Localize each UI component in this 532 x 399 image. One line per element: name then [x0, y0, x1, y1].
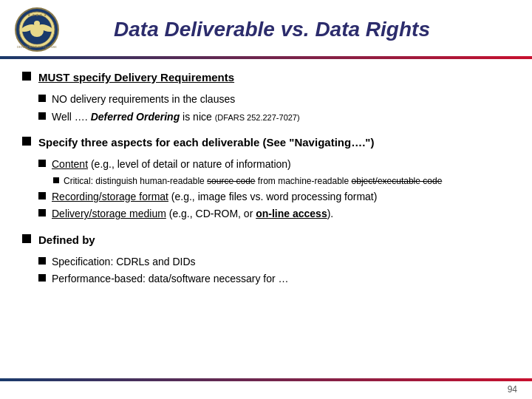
text-delivery-medium: Delivery/storage medium: [52, 208, 166, 219]
sub-bullet-text-2-3: Delivery/storage medium (e.g., CD-ROM, o…: [52, 207, 510, 222]
sub-bullet-icon-1-1: [38, 95, 46, 102]
dod-seal: ★ ★ ★ ★ ★ DEPARTMENT OF DEFENSE: [15, 7, 59, 52]
sub-bullet-text-3-2: Performance-based: data/software necessa…: [52, 272, 510, 287]
text-deferred: Deferred Ordering: [91, 111, 180, 123]
sub-bullet-text-3-1: Specification: CDRLs and DIDs: [52, 255, 510, 270]
slide: ★ ★ ★ ★ ★ DEPARTMENT OF DEFENSE Data Del…: [0, 0, 532, 399]
content-area: MUST specify Delivery Requirements NO de…: [0, 59, 532, 287]
sub-bullet-icon-2-3: [38, 209, 46, 216]
text-see-navigating: (See "Navigating…."): [262, 136, 374, 149]
sub-bullet-3-2: Performance-based: data/software necessa…: [38, 272, 510, 287]
header: ★ ★ ★ ★ ★ DEPARTMENT OF DEFENSE Data Del…: [0, 0, 532, 56]
text-recording: Recording/storage format: [52, 191, 168, 202]
section-1: MUST specify Delivery Requirements NO de…: [22, 69, 510, 124]
section-2: Specify three aspects for each deliverab…: [22, 134, 510, 222]
sub-bullet-1-1: NO delivery requirements in the clauses: [38, 92, 510, 107]
bullet-item-2: Specify three aspects for each deliverab…: [22, 134, 510, 150]
bullet-icon-1: [22, 72, 31, 81]
sub-bullet-2-3: Delivery/storage medium (e.g., CD-ROM, o…: [38, 207, 510, 222]
sub-bullet-text-2-1: Content (e.g., level of detail or nature…: [52, 157, 510, 172]
bottom-divider: [0, 378, 532, 381]
sub-bullet-text-2-2: Recording/storage format (e.g., image fi…: [52, 190, 510, 205]
sub-sub-bullet-icon: [53, 177, 59, 183]
sub-sub-bullet-2-1-1: Critical: distinguish human-readable sou…: [53, 175, 510, 188]
sub-bullet-3-1: Specification: CDRLs and DIDs: [38, 255, 510, 270]
sub-bullet-icon-1-2: [38, 112, 46, 120]
text-source-code: source code: [207, 176, 255, 186]
text-content: Content: [52, 158, 88, 170]
svg-text:★ ★ ★ ★ ★: ★ ★ ★ ★ ★: [27, 13, 47, 17]
bullet-text-2: Specify three aspects for each deliverab…: [38, 134, 510, 150]
sub-bullet-icon-2-2: [38, 192, 46, 200]
sub-bullet-text-1-2: Well …. Deferred Ordering is nice (DFARS…: [52, 110, 510, 125]
text-object-code: object/executable code: [352, 176, 443, 186]
sub-bullet-icon-3-1: [38, 257, 46, 265]
sub-sub-bullet-text: Critical: distinguish human-readable sou…: [64, 175, 510, 188]
bullet-icon-3: [22, 234, 31, 243]
sub-bullet-icon-3-2: [38, 274, 46, 282]
svg-point-6: [34, 21, 40, 27]
slide-title: Data Deliverable vs. Data Rights: [71, 18, 517, 41]
bullet-item-3: Defined by: [22, 232, 510, 248]
sub-bullet-icon-2-1: [38, 160, 46, 167]
bullet-item-1: MUST specify Delivery Requirements: [22, 69, 510, 85]
svg-text:DEPARTMENT OF DEFENSE: DEPARTMENT OF DEFENSE: [17, 45, 57, 49]
sub-bullet-1-2: Well …. Deferred Ordering is nice (DFARS…: [38, 110, 510, 125]
bullet-text-3: Defined by: [38, 232, 510, 248]
bullet-text-1: MUST specify Delivery Requirements: [38, 69, 510, 85]
section-3: Defined by Specification: CDRLs and DIDs…: [22, 232, 510, 287]
text-dfars: (DFARS 252.227-7027): [215, 113, 300, 122]
sub-bullet-text-1-1: NO delivery requirements in the clauses: [52, 92, 510, 107]
sub-bullet-2-2: Recording/storage format (e.g., image fi…: [38, 190, 510, 205]
text-online-access: on-line access: [256, 208, 327, 219]
sub-bullet-2-1: Content (e.g., level of detail or nature…: [38, 157, 510, 172]
bullet-icon-2: [22, 137, 31, 146]
text-must-specify: MUST specify Delivery Requirements: [38, 71, 234, 83]
page-number: 94: [508, 384, 517, 395]
